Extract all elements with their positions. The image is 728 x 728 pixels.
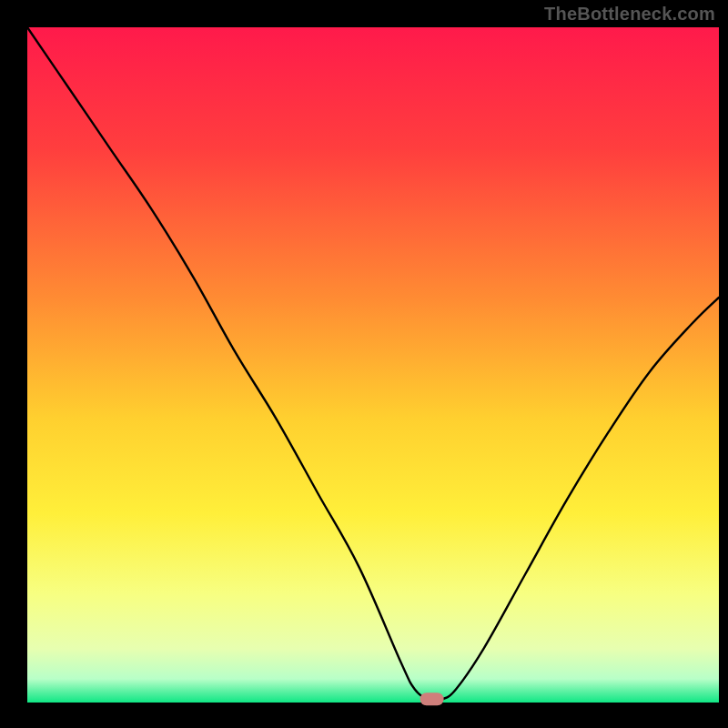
optimum-marker: [420, 693, 444, 705]
plot-background: [27, 27, 719, 703]
watermark-text: TheBottleneck.com: [544, 4, 715, 25]
chart-container: TheBottleneck.com: [0, 0, 728, 728]
bottleneck-chart: [0, 0, 728, 728]
